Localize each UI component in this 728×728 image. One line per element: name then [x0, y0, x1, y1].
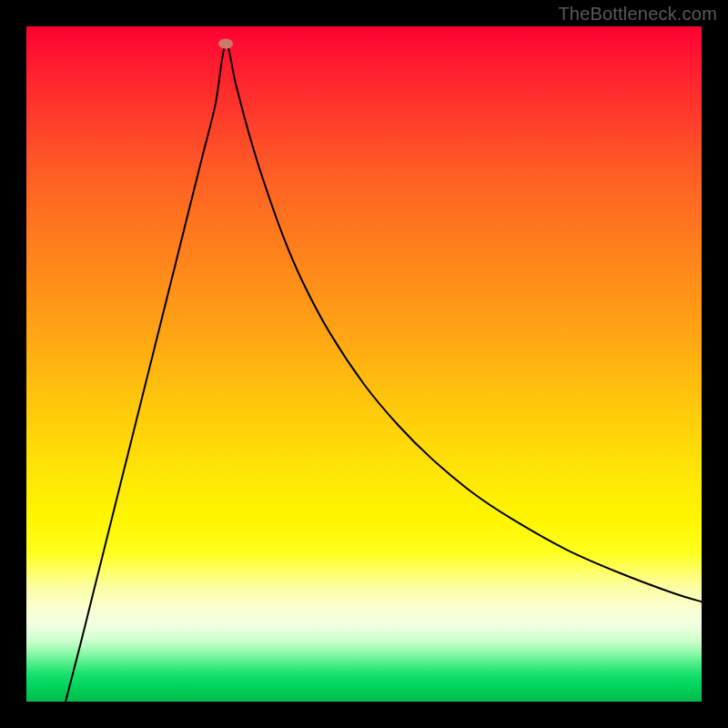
min-marker — [218, 39, 233, 49]
bottleneck-curve-path — [66, 44, 702, 702]
chart-stage: TheBottleneck.com — [0, 0, 728, 728]
curve-svg — [26, 26, 702, 702]
watermark-text: TheBottleneck.com — [558, 4, 717, 25]
